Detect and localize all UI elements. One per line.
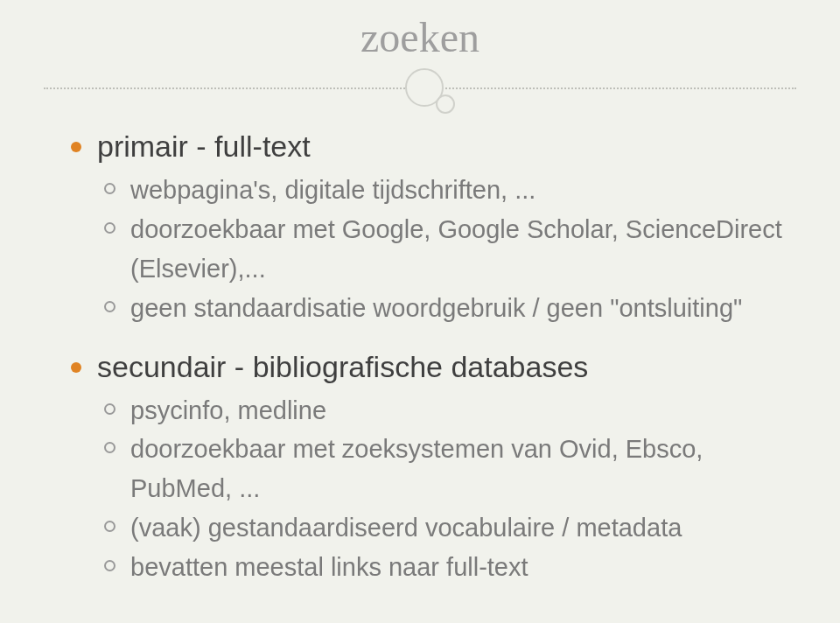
sub-list-label: (vaak) gestandaardiseerd vocabulaire / m… (130, 514, 682, 542)
list-item-label: secundair - bibliografische databases (97, 350, 588, 383)
content-area: primair - full-text webpagina's, digital… (66, 127, 788, 594)
sub-list-item: doorzoekbaar met Google, Google Scholar,… (97, 210, 788, 289)
sub-list-item: psycinfo, medline (97, 391, 788, 430)
sub-list-label: bevatten meestal links naar full-text (130, 553, 528, 581)
list-item: primair - full-text webpagina's, digital… (66, 127, 788, 328)
slide: zoeken primair - full-text webpagina's, … (0, 0, 840, 623)
bullet-list: primair - full-text webpagina's, digital… (66, 127, 788, 587)
title-area: zoeken (0, 13, 840, 61)
sub-list-item: bevatten meestal links naar full-text (97, 548, 788, 587)
list-item-label: primair - full-text (97, 130, 311, 163)
slide-title: zoeken (360, 14, 480, 60)
sub-list-item: webpagina's, digitale tijdschriften, ... (97, 171, 788, 210)
sub-list-label: doorzoekbaar met zoeksystemen van Ovid, … (130, 435, 703, 502)
sub-list: webpagina's, digitale tijdschriften, ...… (97, 171, 788, 328)
sub-list-item: geen standaardisatie woordgebruik / geen… (97, 289, 788, 328)
sub-list-item: (vaak) gestandaardiseerd vocabulaire / m… (97, 508, 788, 548)
sub-list-label: webpagina's, digitale tijdschriften, ... (130, 176, 536, 204)
sub-list-label: doorzoekbaar met Google, Google Scholar,… (130, 215, 782, 283)
sub-list: psycinfo, medline doorzoekbaar met zoeks… (97, 391, 788, 588)
sub-list-label: geen standaardisatie woordgebruik / geen… (130, 294, 742, 322)
decor-circle-small (436, 94, 455, 114)
sub-list-item: doorzoekbaar met zoeksystemen van Ovid, … (97, 430, 788, 508)
list-item: secundair - bibliografische databases ps… (66, 347, 788, 588)
spacer (66, 335, 788, 347)
sub-list-label: psycinfo, medline (130, 396, 326, 424)
